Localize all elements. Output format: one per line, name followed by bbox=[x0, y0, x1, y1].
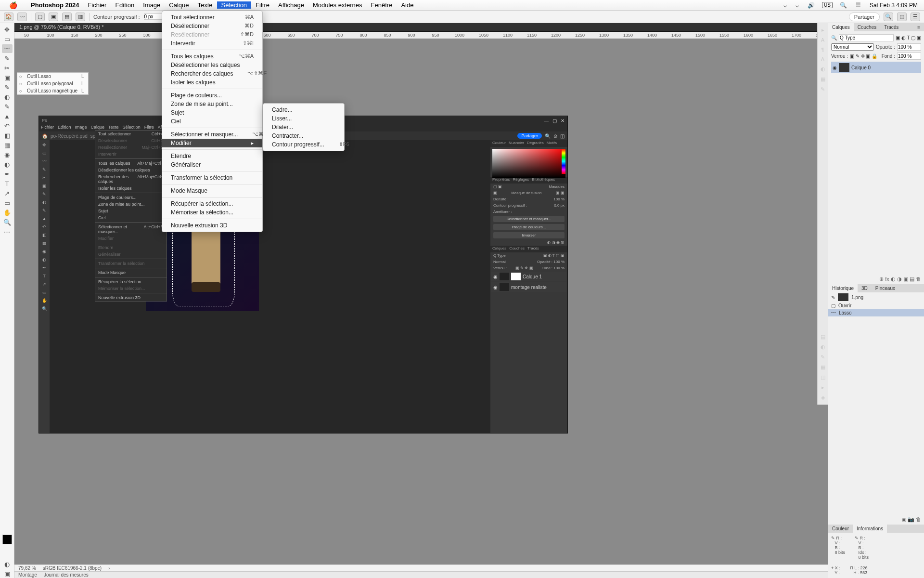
inner-layer-bg[interactable]: ◉montage realiste bbox=[491, 282, 566, 292]
tab-historique[interactable]: Historique bbox=[828, 284, 858, 292]
tab-informations[interactable]: Informations bbox=[853, 525, 887, 533]
inner-menu-item[interactable]: Sujet bbox=[95, 208, 167, 214]
inner-menu-item[interactable]: Mémoriser la sélection... bbox=[95, 285, 167, 292]
selection-mode-subtract[interactable]: ▤ bbox=[62, 13, 72, 21]
brushes-icon[interactable]: ✎ bbox=[819, 86, 827, 92]
swatches-icon[interactable]: ▦ bbox=[819, 76, 827, 82]
history-snapshot[interactable]: ✎1.png bbox=[828, 292, 924, 302]
stamp-tool-icon[interactable]: ▲ bbox=[2, 112, 13, 120]
menu-item[interactable]: Modifier▸ bbox=[162, 139, 262, 147]
menu-item[interactable]: Mémoriser la sélection... bbox=[162, 208, 262, 217]
paths-icon[interactable]: ◫ bbox=[819, 374, 827, 381]
pen-tool-icon[interactable]: ✒ bbox=[2, 170, 13, 178]
menu-filtre[interactable]: Filtre bbox=[251, 1, 274, 9]
quickmask-icon[interactable]: ◐ bbox=[2, 560, 13, 568]
tab-montage[interactable]: Montage bbox=[18, 572, 37, 578]
menu-item[interactable]: Sélectionner et masquer...⌥⌘R bbox=[162, 130, 262, 139]
marquee-tool-icon[interactable]: ▭ bbox=[2, 35, 13, 43]
dodge-tool-icon[interactable]: ◐ bbox=[2, 160, 13, 169]
menu-item[interactable]: Isoler les calques bbox=[162, 78, 262, 87]
play-icon[interactable]: ▸ bbox=[819, 27, 827, 33]
submenu-item[interactable]: Lisser... bbox=[263, 114, 344, 123]
inner-select-mask-button[interactable]: Sélectionner et masquer... bbox=[493, 216, 565, 222]
menu-app[interactable]: Photoshop 2024 bbox=[26, 1, 83, 9]
inner-menu-item[interactable]: Sélectionner et masquer...Alt+Ctrl+R bbox=[95, 223, 167, 235]
menu-item[interactable]: Généraliser bbox=[162, 160, 262, 169]
menu-item[interactable]: Désélectionner les calques bbox=[162, 61, 262, 69]
gradient-tool-icon[interactable]: ▦ bbox=[2, 141, 13, 149]
inner-minimize-icon[interactable]: — bbox=[544, 118, 549, 123]
wifi-icon[interactable]: ⌵ bbox=[794, 2, 800, 9]
opacity-input[interactable] bbox=[897, 43, 921, 51]
screenmode-icon[interactable]: ▣ bbox=[2, 569, 13, 578]
menu-fichier[interactable]: Fichier bbox=[83, 1, 111, 9]
menu-edition[interactable]: Edition bbox=[111, 1, 139, 9]
menu-item[interactable]: Rechercher des calques⌥⇧⌘F bbox=[162, 69, 262, 78]
visibility-icon[interactable]: ◉ bbox=[833, 65, 837, 70]
feather-input[interactable] bbox=[144, 13, 163, 20]
menu-item[interactable]: Tous les calques⌥⌘A bbox=[162, 52, 262, 61]
workspace-icon[interactable]: ◫ bbox=[897, 13, 907, 21]
lasso-tool-icon[interactable]: 〰 bbox=[2, 44, 13, 53]
actions-icon[interactable]: ▸ bbox=[819, 384, 827, 391]
menu-item[interactable]: Nouvelle extrusion 3D bbox=[162, 221, 262, 230]
inner-workspace-icon[interactable]: ◫ bbox=[560, 133, 565, 139]
selection-mode-intersect[interactable]: ▥ bbox=[76, 13, 85, 21]
styles-icon[interactable]: ◐ bbox=[819, 66, 827, 72]
control-center-icon[interactable]: ☰ bbox=[854, 2, 862, 9]
inner-layer-1[interactable]: ◉Calque 1 bbox=[491, 272, 566, 281]
zoom-value[interactable]: 79,62 % bbox=[18, 565, 36, 571]
menu-item[interactable]: Désélectionner⌘D bbox=[162, 22, 262, 30]
flyout-lasso[interactable]: Outil LassoL bbox=[17, 73, 88, 80]
eyedropper-tool-icon[interactable]: ✎ bbox=[2, 83, 13, 92]
hand-tool-icon[interactable]: ✋ bbox=[2, 208, 13, 217]
flyout-magnetic[interactable]: Outil Lasso magnétiqueL bbox=[17, 87, 88, 94]
selection-mode-add[interactable]: ▣ bbox=[49, 13, 58, 21]
color-swatch[interactable] bbox=[2, 535, 12, 544]
menu-item[interactable]: Etendre bbox=[162, 152, 262, 160]
crop-tool-icon[interactable]: ✂ bbox=[2, 64, 13, 72]
inner-tab1[interactable]: po-Récupéré.psd bbox=[51, 133, 88, 139]
menu-image[interactable]: Image bbox=[139, 1, 165, 9]
home-icon[interactable]: 🏠 bbox=[4, 13, 13, 21]
libraries-icon[interactable]: ▤ bbox=[819, 334, 827, 340]
channels-icon[interactable]: ▦ bbox=[819, 364, 827, 370]
menu-calque[interactable]: Calque bbox=[165, 1, 193, 9]
3d-icon[interactable]: ◈ bbox=[819, 394, 827, 401]
submenu-item[interactable]: Contour progressif...⇧F6 bbox=[263, 140, 344, 149]
menu-item[interactable]: Transformer la sélection bbox=[162, 173, 262, 182]
menu-item[interactable]: Ciel bbox=[162, 117, 262, 126]
menu-item[interactable]: Intervertir⇧⌘I bbox=[162, 39, 262, 48]
character-icon[interactable]: A bbox=[819, 56, 827, 62]
flyout-polygonal[interactable]: Outil Lasso polygonalL bbox=[17, 80, 88, 87]
tab-traces[interactable]: Tracés bbox=[880, 23, 902, 31]
heal-tool-icon[interactable]: ◐ bbox=[2, 92, 13, 101]
history-open[interactable]: ▢Ouvrir bbox=[828, 302, 924, 309]
submenu-item[interactable]: Cadre... bbox=[263, 105, 344, 114]
share-button[interactable]: Partager bbox=[849, 13, 880, 21]
tab-couches[interactable]: Couches bbox=[854, 23, 880, 31]
menu-selection[interactable]: Sélection bbox=[217, 1, 251, 9]
adjustments-icon[interactable]: ◐ bbox=[819, 344, 827, 350]
shape-tool-icon[interactable]: ▭ bbox=[2, 198, 13, 207]
blur-tool-icon[interactable]: ◉ bbox=[2, 150, 13, 159]
inner-menu-item[interactable]: DésélectionnerCtrl+D bbox=[95, 137, 167, 144]
inner-menu-item[interactable]: Plage de couleurs... bbox=[95, 194, 167, 201]
inner-color-range-button[interactable]: Plage de couleurs... bbox=[493, 224, 565, 230]
menu-item[interactable]: Zone de mise au point... bbox=[162, 100, 262, 108]
panel-menu-icon[interactable]: ≡ bbox=[913, 23, 924, 31]
spotlight-icon[interactable]: 🔍 bbox=[838, 2, 848, 9]
canvas-area[interactable]: Ps — ▢ ✕ Fichier Edition Image Calque Te… bbox=[14, 39, 828, 571]
clock[interactable]: Sat Feb 3 4:09 PM bbox=[868, 2, 919, 9]
menu-modules[interactable]: Modules externes bbox=[308, 1, 367, 9]
volume-icon[interactable]: 🔊 bbox=[806, 2, 816, 9]
tab-3d[interactable]: 3D bbox=[858, 284, 872, 292]
inner-menu-item[interactable]: Généraliser bbox=[95, 251, 167, 258]
history-brush-tool-icon[interactable]: ↶ bbox=[2, 121, 13, 130]
inner-menu-item[interactable]: Tout sélectionnerCtrl+A bbox=[95, 131, 167, 137]
quick-select-tool-icon[interactable]: ✎ bbox=[2, 54, 13, 63]
tab-couleur[interactable]: Couleur bbox=[828, 525, 853, 533]
move-tool-icon[interactable]: ✥ bbox=[2, 25, 13, 34]
menu-item[interactable]: Tout sélectionner⌘A bbox=[162, 13, 262, 22]
tab-journal[interactable]: Journal des mesures bbox=[44, 572, 89, 578]
